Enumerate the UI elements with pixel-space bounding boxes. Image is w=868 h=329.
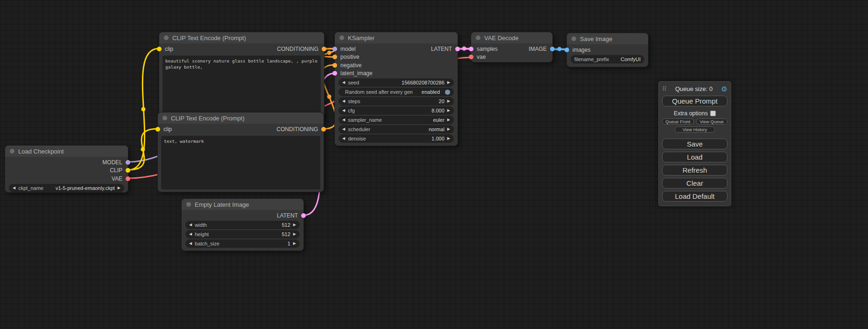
- output-label-model: MODEL: [102, 159, 122, 166]
- arrow-left-icon[interactable]: ◀: [189, 223, 192, 227]
- widget-filename-prefix[interactable]: filename_prefix ComfyUI: [571, 55, 644, 63]
- arrow-left-icon[interactable]: ◀: [342, 109, 345, 112]
- node-empty-latent-image[interactable]: Empty Latent Image LATENT ◀ width 512 ▶ …: [181, 198, 304, 251]
- widget-value: 1.000: [431, 136, 445, 141]
- input-slot-negative[interactable]: [332, 63, 337, 68]
- slot-row: LATENT: [182, 211, 303, 220]
- view-history-button[interactable]: View History: [675, 126, 715, 133]
- extra-options-row: Extra options: [662, 110, 727, 117]
- arrow-left-icon[interactable]: ◀: [342, 118, 345, 122]
- node-clip-text-encode-positive[interactable]: CLIP Text Encode (Prompt) clip CONDITION…: [159, 32, 325, 118]
- clear-button[interactable]: Clear: [662, 178, 727, 189]
- prompt-textarea[interactable]: beautiful scenery nature glass bottle la…: [162, 56, 321, 115]
- graph-canvas[interactable]: { "canvas": { "colors": { "model": "#B39…: [0, 0, 868, 329]
- output-slot-model[interactable]: [126, 160, 130, 165]
- arrow-right-icon[interactable]: ▶: [447, 109, 450, 112]
- widget-sampler-name[interactable]: ◀ sampler_name euler ▶: [339, 116, 454, 124]
- arrow-right-icon[interactable]: ▶: [447, 137, 450, 140]
- widget-ckpt-name[interactable]: ◀ ckpt_name v1-5-pruned-emaonly.ckpt ▶: [9, 184, 124, 192]
- node-vae-decode[interactable]: VAE Decode samples IMAGE vae: [471, 32, 553, 63]
- input-slot-clip[interactable]: [155, 127, 160, 132]
- output-slot-latent[interactable]: [301, 213, 306, 218]
- node-title-bar[interactable]: VAE Decode: [471, 32, 552, 43]
- node-title-bar[interactable]: CLIP Text Encode (Prompt): [159, 32, 324, 43]
- output-slot-vae[interactable]: [126, 176, 130, 181]
- widget-width[interactable]: ◀ width 512 ▶: [185, 221, 300, 229]
- output-slot-image[interactable]: [550, 47, 555, 51]
- node-save-image[interactable]: Save Image images filename_prefix ComfyU…: [566, 33, 649, 67]
- arrow-right-icon[interactable]: ▶: [447, 118, 450, 122]
- collapse-dot[interactable]: [476, 35, 480, 40]
- node-title-bar[interactable]: CLIP Text Encode (Prompt): [158, 112, 324, 124]
- widget-seed[interactable]: ◀ seed 156680208700286 ▶: [339, 78, 454, 87]
- widget-name: ckpt_name: [18, 185, 43, 191]
- widget-batch-size[interactable]: ◀ batch_size 1 ▶: [185, 239, 300, 248]
- node-clip-text-encode-negative[interactable]: CLIP Text Encode (Prompt) clip CONDITION…: [157, 112, 324, 192]
- node-title-bar[interactable]: KSampler: [335, 32, 458, 43]
- toggle-circle-icon[interactable]: [445, 90, 450, 95]
- widget-value: 512: [282, 231, 290, 237]
- input-slot-positive[interactable]: [332, 55, 337, 59]
- load-button[interactable]: Load: [662, 152, 727, 162]
- node-title-bar[interactable]: Empty Latent Image: [182, 199, 303, 210]
- input-slot-vae[interactable]: [469, 55, 473, 59]
- node-title-bar[interactable]: Save Image: [567, 33, 648, 44]
- gear-icon[interactable]: ⚙: [721, 85, 727, 92]
- arrow-right-icon[interactable]: ▶: [118, 186, 120, 190]
- collapse-dot[interactable]: [162, 116, 167, 120]
- view-queue-button[interactable]: View Queue: [696, 119, 728, 125]
- arrow-right-icon[interactable]: ▶: [447, 127, 450, 131]
- widget-scheduler[interactable]: ◀ scheduler normal ▶: [339, 125, 454, 133]
- widget-name: sampler_name: [348, 117, 382, 123]
- widget-random-seed-toggle[interactable]: Random seed after every gen enabled: [339, 88, 454, 96]
- collapse-dot[interactable]: [339, 35, 344, 40]
- arrow-left-icon[interactable]: ◀: [189, 232, 192, 236]
- output-slot-latent[interactable]: [455, 47, 460, 51]
- arrow-left-icon[interactable]: ◀: [342, 127, 345, 131]
- output-slot-clip[interactable]: [126, 168, 130, 173]
- prompt-textarea[interactable]: text, watermark: [161, 136, 320, 189]
- queue-front-button[interactable]: Queue Front: [662, 119, 694, 125]
- refresh-button[interactable]: Refresh: [662, 165, 727, 175]
- node-load-checkpoint[interactable]: Load Checkpoint MODEL CLIP VAE ◀ ckpt_na…: [5, 145, 128, 193]
- collapse-dot[interactable]: [572, 36, 576, 41]
- output-slot-conditioning[interactable]: [322, 47, 326, 51]
- collapse-dot[interactable]: [10, 149, 14, 154]
- collapse-dot[interactable]: [164, 35, 169, 40]
- arrow-right-icon[interactable]: ▶: [447, 81, 450, 84]
- widget-name: Random seed after every gen: [345, 89, 413, 95]
- node-ksampler[interactable]: KSampler model LATENT positive negative …: [334, 32, 458, 146]
- node-title-bar[interactable]: Load Checkpoint: [5, 146, 128, 157]
- arrow-right-icon[interactable]: ▶: [447, 99, 450, 103]
- arrow-left-icon[interactable]: ◀: [342, 81, 345, 84]
- slot-row: MODEL: [5, 158, 128, 167]
- input-slot-latent-image[interactable]: [332, 71, 337, 76]
- widget-steps[interactable]: ◀ steps 20 ▶: [339, 97, 454, 105]
- widget-denoise[interactable]: ◀ denoise 1.000 ▶: [339, 134, 454, 143]
- queue-prompt-button[interactable]: Queue Prompt: [662, 96, 727, 106]
- input-slot-images[interactable]: [565, 48, 569, 52]
- input-slot-samples[interactable]: [469, 47, 473, 51]
- input-slot-clip[interactable]: [157, 47, 162, 51]
- drag-handle-icon[interactable]: ⠿: [662, 85, 667, 92]
- extra-options-checkbox[interactable]: [710, 111, 716, 116]
- widget-name: steps: [348, 98, 360, 104]
- arrow-left-icon[interactable]: ◀: [342, 99, 345, 103]
- arrow-right-icon[interactable]: ▶: [293, 223, 296, 227]
- collapse-dot[interactable]: [186, 202, 191, 207]
- input-label-negative: negative: [340, 62, 361, 69]
- input-slot-model[interactable]: [332, 47, 337, 51]
- widget-cfg[interactable]: ◀ cfg 8.000 ▶: [339, 106, 454, 115]
- arrow-left-icon[interactable]: ◀: [189, 242, 192, 245]
- slot-row: model LATENT: [335, 45, 458, 53]
- widget-height[interactable]: ◀ height 512 ▶: [185, 230, 300, 238]
- output-slot-conditioning[interactable]: [321, 127, 326, 132]
- menu-header: ⠿ Queue size: 0 ⚙: [662, 84, 727, 93]
- save-button[interactable]: Save: [662, 139, 727, 149]
- arrow-left-icon[interactable]: ◀: [342, 137, 345, 140]
- arrow-right-icon[interactable]: ▶: [293, 242, 296, 245]
- load-default-button[interactable]: Load Default: [662, 191, 727, 202]
- arrow-left-icon[interactable]: ◀: [13, 186, 15, 190]
- output-label-vae: VAE: [112, 175, 122, 182]
- arrow-right-icon[interactable]: ▶: [293, 232, 296, 236]
